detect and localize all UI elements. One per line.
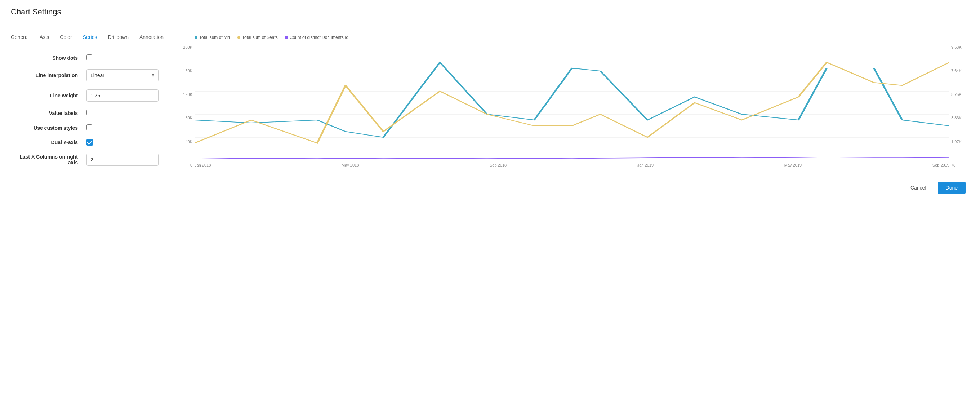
legend-label-seats: Total sum of Seats [242, 35, 278, 40]
chart-area: 200K 160K 120K 80K 40K 0 9.53K 7.64K 5.7… [194, 45, 950, 167]
legend-dot-seats [237, 36, 240, 39]
y-right-3: 3.86K [951, 116, 969, 120]
last-x-columns-row: Last X Columns on right axis [11, 153, 162, 166]
line-interpolation-select[interactable]: Linear Step Smooth [86, 69, 159, 81]
legend-dot-docs [285, 36, 288, 39]
left-panel: General Axis Color Series Drilldown Anno… [11, 31, 162, 174]
legend-item-seats: Total sum of Seats [237, 35, 278, 40]
cancel-button[interactable]: Cancel [902, 182, 934, 194]
tabs-container: General Axis Color Series Drilldown Anno… [11, 31, 162, 44]
tab-annotation[interactable]: Annotation [140, 31, 164, 44]
y-left-0: 200K [177, 45, 192, 49]
last-x-columns-input[interactable] [86, 153, 159, 166]
chart-container: Total sum of Mrr Total sum of Seats Coun… [177, 31, 969, 171]
value-labels-control [86, 110, 159, 116]
use-custom-styles-row: Use custom styles [11, 124, 162, 131]
x-label-5: Sep 2019 [932, 163, 950, 167]
last-x-columns-control [86, 153, 159, 166]
tab-drilldown[interactable]: Drilldown [108, 31, 129, 44]
last-x-columns-label: Last X Columns on right axis [14, 154, 86, 166]
tab-series[interactable]: Series [83, 31, 97, 44]
y-right-1: 7.64K [951, 68, 969, 73]
legend-dot-mrr [194, 36, 197, 39]
y-left-5: 0 [177, 163, 192, 167]
show-dots-row: Show dots [11, 54, 162, 61]
tab-general[interactable]: General [11, 31, 29, 44]
y-left-4: 40K [177, 140, 192, 144]
line-weight-control [86, 89, 159, 102]
y-right-4: 1.97K [951, 140, 969, 144]
tab-axis[interactable]: Axis [40, 31, 49, 44]
y-right-2: 5.75K [951, 92, 969, 97]
show-dots-label: Show dots [14, 55, 86, 61]
x-label-0: Jan 2018 [194, 163, 211, 167]
line-weight-row: Line weight [11, 89, 162, 102]
legend-item-docs: Count of distinct Documents Id [285, 35, 348, 40]
x-label-1: May 2018 [342, 163, 359, 167]
legend-item-mrr: Total sum of Mrr [194, 35, 230, 40]
tab-color[interactable]: Color [60, 31, 72, 44]
line-interpolation-select-wrapper: Linear Step Smooth ⬍ [86, 69, 159, 81]
x-label-2: Sep 2018 [490, 163, 507, 167]
dual-y-axis-row: Dual Y-axis [11, 139, 162, 146]
value-labels-checkbox[interactable] [86, 110, 92, 115]
footer: Cancel Done [177, 182, 969, 194]
use-custom-styles-control [86, 124, 159, 131]
line-interpolation-row: Line interpolation Linear Step Smooth ⬍ [11, 69, 162, 81]
y-left-3: 80K [177, 116, 192, 120]
line-weight-input[interactable] [86, 89, 159, 102]
legend-label-docs: Count of distinct Documents Id [290, 35, 348, 40]
dual-y-axis-checkbox[interactable] [86, 139, 93, 146]
y-right-5: 78 [951, 163, 969, 167]
legend-label-mrr: Total sum of Mrr [199, 35, 230, 40]
chart-svg [194, 45, 950, 160]
y-right-0: 9.53K [951, 45, 969, 49]
x-label-3: Jan 2019 [637, 163, 654, 167]
use-custom-styles-label: Use custom styles [14, 125, 86, 131]
chart-legend: Total sum of Mrr Total sum of Seats Coun… [177, 35, 969, 40]
main-layout: General Axis Color Series Drilldown Anno… [11, 31, 969, 194]
value-labels-row: Value labels [11, 110, 162, 116]
chart-y-right: 9.53K 7.64K 5.75K 3.86K 1.97K 78 [951, 45, 969, 167]
dual-y-axis-label: Dual Y-axis [14, 140, 86, 145]
y-left-1: 160K [177, 68, 192, 73]
dual-y-axis-control [86, 139, 159, 146]
done-button[interactable]: Done [938, 182, 966, 194]
chart-x-labels: Jan 2018 May 2018 Sep 2018 Jan 2019 May … [194, 161, 950, 167]
show-dots-checkbox[interactable] [86, 54, 92, 60]
line-interpolation-label: Line interpolation [14, 72, 86, 78]
chart-y-left: 200K 160K 120K 80K 40K 0 [177, 45, 192, 167]
x-label-4: May 2019 [784, 163, 802, 167]
value-labels-label: Value labels [14, 110, 86, 116]
page-title: Chart Settings [11, 7, 969, 17]
show-dots-control [86, 54, 159, 61]
line-interpolation-control: Linear Step Smooth ⬍ [86, 69, 159, 81]
use-custom-styles-checkbox[interactable] [86, 124, 92, 130]
line-weight-label: Line weight [14, 92, 86, 99]
y-left-2: 120K [177, 92, 192, 97]
right-panel: Total sum of Mrr Total sum of Seats Coun… [177, 31, 969, 194]
